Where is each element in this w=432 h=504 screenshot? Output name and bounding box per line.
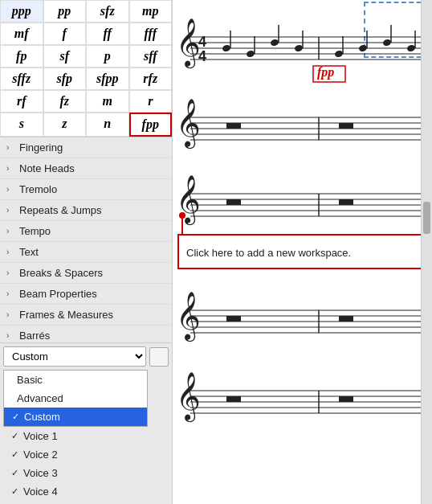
- voice4-item[interactable]: ✓ Voice 4: [3, 482, 169, 501]
- svg-text:Click here to add a new worksp: Click here to add a new workspace.: [186, 247, 351, 259]
- nav-item-text[interactable]: ›Text: [0, 242, 172, 263]
- scrollbar-thumb[interactable]: [423, 202, 430, 234]
- nav-item-repeats---jumps[interactable]: ›Repeats & Jumps: [0, 200, 172, 221]
- dynamics-cell-m[interactable]: m: [86, 90, 129, 113]
- dynamics-cell-sfp[interactable]: sfp: [43, 68, 87, 90]
- dropdown-menu: Basic Advanced ✓ Custom: [3, 370, 148, 427]
- nav-arrow: ›: [6, 331, 16, 340]
- dynamics-cell-ppp[interactable]: ppp: [0, 0, 43, 23]
- dynamics-cell-p[interactable]: p: [86, 45, 129, 68]
- svg-text:fpp: fpp: [317, 65, 334, 80]
- nav-item-beam-properties[interactable]: ›Beam Properties: [0, 284, 172, 305]
- svg-rect-55: [226, 316, 241, 322]
- voice1-label: Voice 1: [23, 430, 58, 442]
- dynamics-cell-fp[interactable]: fp: [0, 45, 43, 68]
- nav-item-barr-s[interactable]: ›Barrés: [0, 326, 172, 342]
- nav-label: Tempo: [19, 225, 51, 237]
- dynamics-cell-n[interactable]: n: [86, 113, 129, 137]
- nav-item-fingering[interactable]: ›Fingering: [0, 137, 172, 158]
- custom-label: Custom: [24, 411, 60, 423]
- nav-label: Text: [19, 246, 39, 258]
- right-panel: 𝄞 4 4: [173, 0, 432, 504]
- voice3-check: ✓: [11, 468, 18, 478]
- voice4-label: Voice 4: [23, 486, 58, 498]
- nav-label: Note Heads: [19, 162, 75, 174]
- nav-label: Breaks & Spacers: [19, 267, 103, 279]
- dynamics-cell-rf[interactable]: rf: [0, 90, 43, 113]
- svg-rect-66: [339, 396, 353, 402]
- dynamics-cell-s[interactable]: s: [0, 113, 43, 137]
- dynamics-cell-sfpp[interactable]: sfpp: [86, 68, 129, 90]
- nav-label: Beam Properties: [19, 288, 97, 300]
- dynamics-cell-z[interactable]: z: [43, 113, 87, 137]
- nav-arrow: ›: [6, 206, 16, 215]
- nav-arrow: ›: [6, 143, 16, 152]
- dynamics-cell-f[interactable]: f: [43, 23, 87, 45]
- nav-label: Tremolo: [19, 183, 57, 195]
- score-svg: 𝄞 4 4: [174, 0, 431, 504]
- left-panel: pppppsfzmpmffffffffpsfpsffsffzsfpsfpprfz…: [0, 0, 173, 504]
- svg-text:𝄞: 𝄞: [176, 175, 201, 226]
- svg-rect-64: [226, 396, 241, 402]
- dynamics-cell-fpp[interactable]: fpp: [129, 113, 173, 137]
- dynamics-grid: pppppsfzmpmffffffffpsfpsffsffzsfpsfpprfz…: [0, 0, 172, 137]
- vertical-scrollbar[interactable]: [421, 0, 432, 504]
- dynamics-cell-mf[interactable]: mf: [0, 23, 43, 45]
- nav-item-frames---measures[interactable]: ›Frames & Measures: [0, 305, 172, 326]
- svg-rect-33: [226, 123, 241, 129]
- nav-arrow: ›: [6, 268, 16, 277]
- workspace-selector: Custom: [3, 346, 169, 367]
- voice1-check: ✓: [11, 431, 18, 441]
- custom-check: ✓: [12, 412, 19, 422]
- nav-label: Fingering: [19, 141, 63, 154]
- svg-text:4: 4: [198, 34, 206, 50]
- workspace-select[interactable]: Custom: [3, 346, 146, 367]
- dropdown-container: Basic Advanced ✓ Custom: [3, 370, 169, 427]
- dynamics-cell-sff[interactable]: sff: [129, 45, 173, 68]
- dynamics-cell-fz[interactable]: fz: [43, 90, 87, 113]
- dropdown-item-custom[interactable]: ✓ Custom: [4, 408, 147, 426]
- svg-point-21: [382, 39, 392, 47]
- dynamics-cell-sfz[interactable]: sfz: [86, 0, 129, 23]
- dropdown-item-basic[interactable]: Basic: [4, 371, 147, 389]
- svg-point-23: [406, 44, 416, 52]
- voice2-check: ✓: [11, 449, 18, 460]
- voice4-check: ✓: [11, 486, 18, 497]
- voice3-item[interactable]: ✓ Voice 3: [3, 464, 169, 482]
- svg-point-10: [246, 50, 255, 58]
- svg-point-14: [294, 44, 304, 52]
- nav-item-note-heads[interactable]: ›Note Heads: [0, 158, 172, 179]
- voice1-item[interactable]: ✓ Voice 1: [3, 427, 169, 445]
- dynamics-cell-ff[interactable]: ff: [86, 23, 129, 45]
- svg-rect-42: [226, 199, 241, 205]
- svg-point-17: [334, 50, 344, 58]
- svg-point-12: [270, 39, 279, 47]
- nav-item-breaks---spacers[interactable]: ›Breaks & Spacers: [0, 263, 172, 284]
- nav-item-tempo[interactable]: ›Tempo: [0, 221, 172, 242]
- voice2-label: Voice 2: [23, 449, 58, 461]
- svg-rect-35: [339, 123, 353, 129]
- nav-arrow: ›: [6, 164, 16, 173]
- dynamics-cell-rfz[interactable]: rfz: [129, 68, 173, 90]
- dynamics-cell-fff[interactable]: fff: [129, 23, 173, 45]
- voice2-item[interactable]: ✓ Voice 2: [3, 445, 169, 464]
- nav-item-tremolo[interactable]: ›Tremolo: [0, 179, 172, 200]
- add-workspace-button[interactable]: [149, 347, 169, 367]
- nav-label: Barrés: [19, 330, 50, 342]
- svg-text:𝄞: 𝄞: [176, 292, 201, 342]
- dynamics-cell-sffz[interactable]: sffz: [0, 68, 43, 90]
- nav-arrow: ›: [6, 310, 16, 319]
- dynamics-cell-sf[interactable]: sf: [43, 45, 87, 68]
- dynamics-cell-r[interactable]: r: [129, 90, 173, 113]
- dynamics-cell-pp[interactable]: pp: [43, 0, 87, 23]
- svg-rect-44: [339, 199, 353, 205]
- dropdown-item-advanced[interactable]: Advanced: [4, 389, 147, 408]
- dynamics-cell-mp[interactable]: mp: [129, 0, 173, 23]
- svg-text:𝄞: 𝄞: [176, 99, 201, 150]
- basic-label: Basic: [17, 374, 43, 386]
- sub-items: ✓ Voice 1 ✓ Voice 2 ✓ Voice 3 ✓ Voice 4: [3, 427, 169, 501]
- nav-arrow: ›: [6, 289, 16, 298]
- nav-label: Repeats & Jumps: [19, 204, 102, 216]
- svg-point-48: [179, 212, 185, 219]
- svg-rect-57: [339, 316, 353, 322]
